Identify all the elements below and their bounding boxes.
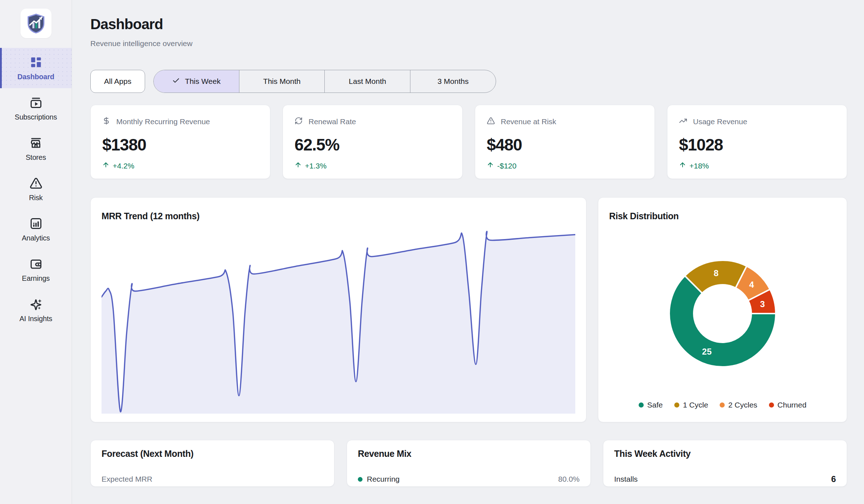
sidebar-item-ai-insights[interactable]: AI Insights bbox=[0, 290, 72, 330]
kpi-label: Renewal Rate bbox=[309, 117, 356, 126]
tab-3-months[interactable]: 3 Months bbox=[410, 70, 496, 93]
tab-last-month[interactable]: Last Month bbox=[324, 70, 410, 93]
alert-triangle-icon bbox=[487, 117, 495, 127]
sidebar-item-earnings[interactable]: Earnings bbox=[0, 249, 72, 290]
tab-label: Last Month bbox=[349, 77, 386, 86]
tab-label: 3 Months bbox=[437, 77, 468, 86]
row-value: 80.0% bbox=[558, 474, 580, 484]
charts-row: MRR Trend (12 months) Risk Distribution … bbox=[90, 197, 847, 422]
legend-item-1-cycle: 1 Cycle bbox=[674, 401, 708, 409]
sidebar-item-label: AI Insights bbox=[19, 315, 52, 323]
kpi-label: Revenue at Risk bbox=[501, 117, 556, 126]
sidebar-item-stores[interactable]: Stores bbox=[0, 129, 72, 169]
analytics-icon bbox=[29, 217, 43, 230]
kpi-card-monthly-recurring-revenue: Monthly Recurring Revenue $1380 +4.2% bbox=[90, 105, 270, 179]
layout-dashboard-icon bbox=[29, 55, 43, 69]
kpi-card-usage-revenue: Usage Revenue $1028 +18% bbox=[667, 105, 847, 179]
arrow-up-icon bbox=[294, 161, 302, 170]
filter-bar: All Apps This Week This Month Last Month… bbox=[90, 70, 847, 93]
this-week-activity-panel: This Week Activity Installs 6 bbox=[603, 440, 847, 487]
panel-title: Revenue Mix bbox=[358, 448, 580, 459]
sidebar-item-label: Dashboard bbox=[17, 73, 54, 81]
all-apps-button[interactable]: All Apps bbox=[90, 70, 145, 93]
sidebar-item-dashboard[interactable]: Dashboard bbox=[0, 48, 72, 88]
revenue-mix-panel: Revenue Mix Recurring 80.0% bbox=[347, 440, 591, 487]
wallet-icon bbox=[29, 257, 43, 271]
dollar-icon bbox=[102, 117, 111, 127]
row-value: 6 bbox=[831, 474, 836, 484]
sidebar-nav: Dashboard Subscriptions bbox=[0, 48, 72, 330]
bottom-panels: Forecast (Next Month) Expected MRR Reven… bbox=[90, 440, 847, 487]
sparkles-icon bbox=[29, 297, 43, 311]
legend-dot-icon bbox=[769, 402, 774, 408]
kpi-delta: +18% bbox=[679, 161, 835, 170]
row-label: Expected MRR bbox=[102, 474, 152, 484]
active-indicator bbox=[0, 48, 2, 88]
donut-value-label: 3 bbox=[760, 299, 765, 309]
panel-title: This Week Activity bbox=[614, 448, 836, 459]
kpi-value: 62.5% bbox=[294, 136, 451, 153]
kpi-value: $480 bbox=[487, 136, 643, 153]
tab-this-week[interactable]: This Week bbox=[154, 70, 239, 93]
kpi-card-renewal-rate: Renewal Rate 62.5% +1.3% bbox=[283, 105, 463, 179]
legend-item-2-cycles: 2 Cycles bbox=[720, 401, 757, 409]
donut-value-label: 4 bbox=[749, 280, 754, 289]
tab-this-month[interactable]: This Month bbox=[239, 70, 325, 93]
kpi-label: Usage Revenue bbox=[693, 117, 747, 126]
donut-value-label: 8 bbox=[714, 268, 718, 278]
risk-distribution-card: Risk Distribution 84325 Safe1 Cycle2 Cyc… bbox=[598, 197, 847, 422]
kpi-delta: -$120 bbox=[487, 161, 643, 170]
sidebar: Dashboard Subscriptions bbox=[0, 0, 72, 504]
sidebar-item-subscriptions[interactable]: Subscriptions bbox=[0, 88, 72, 129]
recurring-dot-icon bbox=[358, 477, 363, 482]
sidebar-item-label: Stores bbox=[26, 153, 46, 162]
kpi-value: $1380 bbox=[102, 136, 258, 153]
legend-item-safe: Safe bbox=[639, 401, 663, 409]
sidebar-item-label: Analytics bbox=[22, 234, 50, 242]
kpi-delta: +1.3% bbox=[294, 161, 451, 170]
main-content: Dashboard Revenue intelligence overview … bbox=[72, 0, 864, 504]
sidebar-item-analytics[interactable]: Analytics bbox=[0, 209, 72, 249]
kpi-card-revenue-at-risk: Revenue at Risk $480 -$120 bbox=[475, 105, 655, 179]
subscriptions-icon bbox=[29, 96, 43, 109]
kpi-delta: +4.2% bbox=[102, 161, 258, 170]
sidebar-item-label: Earnings bbox=[22, 274, 50, 283]
sidebar-item-label: Subscriptions bbox=[15, 113, 57, 121]
row-label: Installs bbox=[614, 474, 638, 484]
shield-logo-icon bbox=[26, 13, 46, 34]
panel-row: Expected MRR bbox=[102, 474, 323, 484]
row-label: Recurring bbox=[358, 474, 400, 484]
page-title: Dashboard bbox=[90, 16, 847, 32]
alert-triangle-icon bbox=[29, 176, 43, 190]
legend-dot-icon bbox=[639, 402, 644, 408]
chart-title: Risk Distribution bbox=[609, 211, 679, 221]
kpi-row: Monthly Recurring Revenue $1380 +4.2% Re… bbox=[90, 105, 847, 179]
trending-up-icon bbox=[679, 117, 687, 127]
arrow-up-icon bbox=[102, 161, 109, 170]
donut-legend: Safe1 Cycle2 CyclesChurned bbox=[639, 401, 806, 409]
kpi-label: Monthly Recurring Revenue bbox=[116, 117, 210, 126]
sidebar-item-risk[interactable]: Risk bbox=[0, 169, 72, 209]
donut-value-label: 25 bbox=[702, 347, 712, 356]
panel-title: Forecast (Next Month) bbox=[102, 448, 323, 459]
mrr-trend-area-chart bbox=[102, 231, 575, 414]
mrr-trend-card: MRR Trend (12 months) bbox=[90, 197, 586, 422]
arrow-up-icon bbox=[679, 161, 686, 170]
sidebar-item-label: Risk bbox=[29, 194, 42, 202]
page-subtitle: Revenue intelligence overview bbox=[90, 39, 847, 48]
refresh-icon bbox=[294, 117, 303, 127]
tab-label: This Month bbox=[263, 77, 301, 86]
kpi-value: $1028 bbox=[679, 136, 835, 153]
forecast-panel: Forecast (Next Month) Expected MRR bbox=[90, 440, 334, 487]
storefront-icon bbox=[29, 136, 43, 150]
app-logo[interactable] bbox=[21, 9, 51, 38]
app-root: Dashboard Subscriptions bbox=[0, 0, 864, 504]
panel-row: Recurring 80.0% bbox=[358, 474, 580, 484]
checkmark-icon bbox=[172, 77, 180, 86]
panel-row: Installs 6 bbox=[614, 474, 836, 484]
tab-label: This Week bbox=[185, 77, 221, 86]
legend-item-churned: Churned bbox=[769, 401, 807, 409]
arrow-up-icon bbox=[487, 161, 494, 170]
risk-donut-chart: 84325 bbox=[658, 249, 787, 378]
chart-title: MRR Trend (12 months) bbox=[102, 211, 575, 221]
